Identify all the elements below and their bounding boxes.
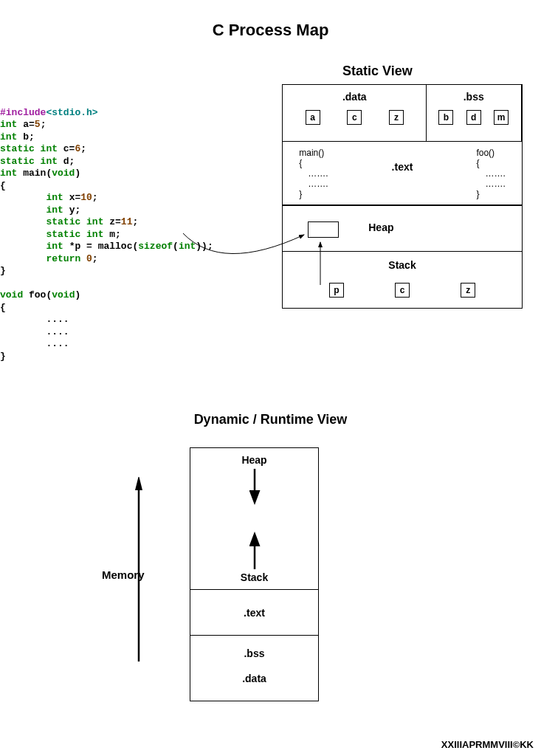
dyn-data-label: .data — [190, 673, 318, 684]
stack-segment: Stack p c z — [282, 251, 523, 309]
func-name: foo() — [476, 148, 495, 158]
data-segment: .data a c z — [282, 84, 427, 142]
func-name: main() — [299, 148, 324, 158]
var-z-stack: z — [461, 283, 475, 298]
dyn-bss-data-row: .bss .data — [190, 636, 318, 701]
code-token: void — [52, 168, 75, 179]
main-function-block: main() { ……. ……. } — [299, 148, 328, 199]
code-token: ) — [75, 289, 80, 300]
code-token: ; — [41, 119, 46, 130]
dots: ……. — [308, 168, 328, 179]
code-token: return — [46, 253, 80, 264]
data-label: .data — [283, 91, 426, 103]
var-c: c — [347, 110, 362, 125]
code-token: } — [0, 265, 6, 276]
foo-function-block: foo() { ……. ……. } — [476, 148, 505, 199]
var-z: z — [389, 110, 404, 125]
code-token: sizeof — [138, 241, 173, 252]
page-title: C Process Map — [0, 21, 541, 40]
code-token: *p = malloc( — [63, 241, 138, 252]
bss-label: .bss — [427, 91, 521, 103]
brace: { — [299, 158, 302, 168]
code-token: void — [0, 289, 23, 300]
code-token: .... — [0, 314, 69, 325]
dyn-heap-stack-row: Heap Stack — [190, 448, 318, 590]
memory-arrow — [131, 477, 146, 669]
var-a: a — [306, 110, 320, 125]
code-token: x= — [63, 192, 80, 203]
code-token: b; — [17, 131, 34, 142]
code-token: { — [0, 302, 6, 313]
code-token: void — [52, 289, 75, 300]
brace: } — [476, 189, 479, 199]
heap-label: Heap — [368, 221, 393, 233]
code-token: main( — [17, 168, 52, 179]
code-token: int — [0, 119, 17, 130]
code-token: static int — [46, 216, 103, 227]
static-view-title: Static View — [342, 63, 413, 79]
dyn-text-row: .text — [190, 590, 318, 636]
code-token — [0, 192, 46, 203]
code-token — [0, 216, 46, 227]
brace: { — [476, 158, 479, 168]
code-token: { — [0, 180, 6, 191]
dynamic-view-title: Dynamic / Runtime View — [0, 412, 541, 427]
heap-segment: Heap — [282, 205, 523, 252]
footer-credit: XXIIIAPRMMVIII©KK — [441, 739, 534, 750]
var-d: d — [466, 110, 481, 125]
dots: ……. — [308, 179, 328, 189]
text-label: .text — [392, 161, 413, 173]
code-token: .... — [0, 326, 69, 337]
code-token: int — [46, 205, 63, 216]
dyn-stack-label: Stack — [190, 571, 318, 583]
code-token: d; — [58, 156, 75, 167]
stack-label: Stack — [388, 259, 416, 271]
code-token: int — [46, 241, 63, 252]
dynamic-view-diagram: Heap Stack .text .bss .data — [190, 447, 319, 701]
code-token: z= — [103, 216, 120, 227]
code-token — [0, 205, 46, 216]
code-listing: #include<stdio.h> int a=5; int b; static… — [0, 94, 213, 362]
var-c-stack: c — [395, 283, 410, 298]
brace: } — [299, 189, 302, 199]
code-token: c= — [58, 143, 75, 154]
heap-alloc-box — [308, 221, 339, 238]
code-token: 5 — [35, 119, 41, 130]
code-token: ) — [75, 168, 80, 179]
code-token: int — [179, 241, 196, 252]
code-token — [0, 229, 46, 240]
code-token: .... — [0, 338, 69, 349]
code-token: static int — [46, 229, 103, 240]
text-segment: main() { ……. ……. } .text foo() { ……. …….… — [282, 141, 523, 206]
dots: ……. — [485, 179, 505, 189]
var-p: p — [329, 283, 344, 298]
bss-segment: .bss b d m — [426, 84, 522, 142]
var-m: m — [494, 110, 509, 125]
code-token: a= — [17, 119, 34, 130]
code-token: foo( — [23, 289, 52, 300]
code-token: <stdio.h> — [46, 107, 97, 118]
code-token: } — [0, 351, 6, 362]
code-token: ; — [92, 253, 98, 264]
code-token: m; — [103, 229, 120, 240]
var-b: b — [438, 110, 453, 125]
code-token: 11 — [121, 216, 133, 227]
heap-stack-arrows — [190, 448, 320, 590]
code-token: 10 — [80, 192, 92, 203]
code-token: ( — [173, 241, 179, 252]
code-token: 0 — [86, 253, 92, 264]
dots: ……. — [485, 168, 505, 179]
code-token: int — [0, 131, 17, 142]
dyn-bss-label: .bss — [190, 647, 318, 659]
code-token: )); — [196, 241, 213, 252]
code-token: int — [0, 168, 17, 179]
static-view-diagram: .data a c z .bss b d m main() { ……. ……. … — [282, 84, 523, 309]
code-token: #include — [0, 107, 46, 118]
code-token: y; — [63, 205, 80, 216]
code-token — [0, 241, 46, 252]
code-token: ; — [92, 192, 98, 203]
code-token: static int — [0, 143, 58, 154]
code-token: ; — [132, 216, 138, 227]
code-token: int — [46, 192, 63, 203]
code-token: static int — [0, 156, 58, 167]
